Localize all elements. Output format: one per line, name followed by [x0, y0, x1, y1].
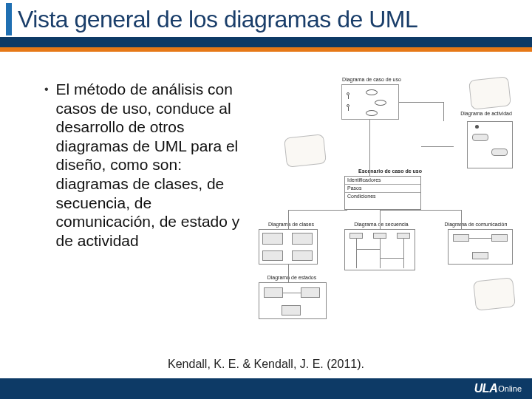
footer-bar: ULA Online — [0, 378, 532, 399]
usecase-diagram-box — [341, 84, 399, 120]
bullet-marker: • — [44, 80, 49, 347]
title-underline — [0, 37, 532, 52]
footer-logo-brand: ULA — [474, 382, 497, 395]
label-communication: Diagrama de comunicación — [436, 222, 516, 227]
label-scenario: Escenario de caso de uso — [346, 168, 434, 174]
note-bubble-3 — [473, 277, 516, 310]
slide-title: Vista general de los diagramas de UML — [18, 6, 417, 33]
sequence-diagram-box — [344, 229, 415, 270]
note-bubble-2 — [284, 134, 327, 167]
footer-logo-sub: Online — [498, 384, 522, 393]
scenario-box: Identificadores Pasos Condiciones — [344, 176, 421, 210]
label-states: Diagrama de estados — [259, 275, 325, 280]
label-usecase: Diagrama de caso de uso — [338, 77, 405, 82]
label-steps: Pasos — [347, 185, 361, 191]
note-bubble-1 — [468, 76, 511, 109]
label-sequence: Diagrama de secuencia — [344, 222, 418, 227]
bullet-text: El método de análisis con casos de uso, … — [56, 80, 244, 347]
state-diagram-box — [259, 282, 327, 319]
activity-diagram-box — [467, 121, 513, 168]
content-area: • El método de análisis con casos de uso… — [44, 80, 517, 347]
class-diagram-box — [259, 229, 318, 265]
uml-overview-diagram: Diagrama de caso de uso Diagrama de acti… — [259, 80, 517, 347]
label-classes: Diagrama de clases — [262, 222, 321, 227]
title-accent — [6, 3, 12, 35]
label-identifiers: Identificadores — [347, 177, 381, 183]
bullet-column: • El método de análisis con casos de uso… — [44, 80, 244, 347]
title-bar: Vista general de los diagramas de UML — [0, 0, 532, 35]
citation: Kendall, K. E. & Kendall, J. E. (2011). — [0, 358, 532, 371]
label-activity: Diagrama de actividad — [457, 111, 516, 116]
communication-diagram-box — [448, 229, 513, 265]
label-conditions: Condiciones — [347, 194, 376, 199]
